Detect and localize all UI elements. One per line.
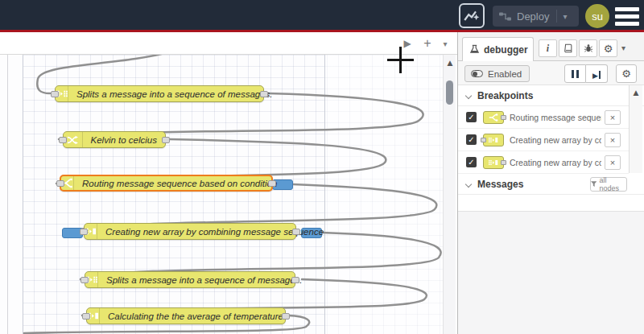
- deploy-icon: [499, 11, 511, 22]
- add-flow-button[interactable]: +: [419, 35, 436, 52]
- export-image-button[interactable]: [459, 3, 485, 28]
- remove-breakpoint-button[interactable]: ×: [605, 133, 621, 147]
- messages-title: Messages: [477, 179, 523, 190]
- info-icon: i: [547, 43, 549, 55]
- breakpoint-row: ✓ Creating new array by combining messag…: [458, 151, 629, 174]
- switch-node-mini-icon: [483, 111, 504, 124]
- image-sparkle-icon: [464, 8, 480, 24]
- input-port[interactable]: [51, 91, 59, 97]
- debugger-settings-button[interactable]: ⚙: [616, 64, 637, 83]
- node-join-1[interactable]: Creating new array by combining message …: [84, 223, 296, 240]
- output-port[interactable]: [260, 91, 268, 97]
- hamburger-bar: [615, 22, 639, 26]
- breakpoints-scrollbar[interactable]: ▲: [629, 85, 642, 173]
- node-split-2[interactable]: Splits a message into a sequence of mess…: [85, 271, 295, 288]
- main-menu-button[interactable]: [615, 7, 639, 26]
- hamburger-bar: [615, 7, 639, 11]
- input-port[interactable]: [82, 313, 90, 320]
- funnel-icon: [591, 181, 597, 188]
- input-port[interactable]: [80, 229, 88, 235]
- info-tab-button[interactable]: i: [539, 39, 557, 57]
- crosshair-cursor: [399, 47, 402, 73]
- scrollbar-thumb[interactable]: [446, 80, 453, 105]
- tab-debugger-label: debugger: [484, 44, 528, 56]
- node-label: Kelvin to celcius: [83, 135, 165, 145]
- breakpoint-row: ✓ Routing message sequence based on cond…: [458, 106, 629, 129]
- debugger-panel-body: Breakpoints ✓ Routing message sequence b…: [458, 85, 644, 334]
- breakpoint-label: Creating new array by combining message …: [510, 158, 601, 167]
- toggle-icon: [471, 70, 483, 77]
- book-icon: [564, 43, 573, 53]
- output-port[interactable]: [162, 137, 170, 143]
- node-switch-routing[interactable]: Routing message sequence based on condit…: [60, 175, 273, 192]
- sidebar: debugger i ⚙ ▾: [457, 32, 644, 334]
- remove-breakpoint-button[interactable]: ×: [605, 110, 621, 125]
- deploy-dropdown-icon[interactable]: ▾: [563, 12, 567, 21]
- gear-icon: ⚙: [621, 68, 631, 80]
- node-label: Splits a message into a sequence of mess…: [98, 275, 311, 285]
- breakpoint-checkbox[interactable]: ✓: [466, 134, 477, 145]
- header-bar: Deploy ▾ su: [0, 0, 644, 32]
- join-node-mini-icon: [483, 134, 504, 146]
- pause-button[interactable]: [564, 64, 586, 83]
- flow-list-dropdown-icon[interactable]: ▾: [437, 35, 453, 52]
- user-avatar[interactable]: su: [585, 4, 609, 28]
- config-tab-button[interactable]: ⚙: [599, 39, 617, 57]
- filter-label: all nodes: [599, 176, 626, 192]
- flow-workspace[interactable]: Splits a message into a sequence of mess…: [0, 55, 443, 334]
- messages-filter-button[interactable]: all nodes: [590, 177, 627, 192]
- node-label: Calculating the the average of temperatu…: [100, 311, 291, 321]
- output-port[interactable]: [292, 229, 300, 235]
- breakpoint-checkbox[interactable]: ✓: [466, 157, 477, 167]
- node-join-average[interactable]: Calculating the the average of temperatu…: [86, 307, 286, 324]
- join-node-mini-icon: [483, 156, 504, 169]
- debugger-enabled-toggle[interactable]: Enabled: [464, 65, 530, 82]
- enabled-label: Enabled: [488, 69, 522, 79]
- input-port-nub: [481, 138, 486, 142]
- output-port[interactable]: [282, 313, 290, 320]
- breakpoint-checkbox[interactable]: ✓: [466, 112, 477, 122]
- canvas-vertical-scrollbar[interactable]: ▲: [443, 55, 456, 334]
- step-button[interactable]: ▶: [586, 64, 608, 83]
- scroll-up-arrow-icon[interactable]: ▲: [445, 59, 455, 67]
- step-icon: ▶: [592, 67, 601, 81]
- debugger-step-controls: ▶: [564, 64, 608, 83]
- flask-icon: [469, 44, 480, 55]
- pause-icon: [571, 67, 580, 81]
- input-port[interactable]: [80, 277, 89, 283]
- sidebar-tab-bar: debugger i ⚙ ▾: [458, 32, 644, 61]
- deploy-button[interactable]: Deploy ▾: [493, 6, 579, 27]
- flow-tab-bar: ▶ + ▾: [0, 32, 457, 55]
- debug-tab-button[interactable]: [579, 39, 597, 57]
- editor-canvas-column: ▶ + ▾: [0, 32, 457, 334]
- output-port[interactable]: [268, 180, 276, 187]
- breakpoint-row: ✓ Creating new array by combining messag…: [458, 129, 629, 151]
- node-split-1[interactable]: Splits a message into a sequence of mess…: [55, 85, 264, 102]
- scroll-tabs-button[interactable]: ▶: [399, 35, 415, 52]
- output-port-nub: [501, 160, 506, 165]
- bug-icon: [584, 43, 593, 53]
- deploy-label: Deploy: [517, 10, 549, 23]
- chevron-down-icon: [465, 92, 472, 98]
- breakpoints-title: Breakpoints: [477, 90, 533, 101]
- debugger-toolbar: Enabled ▶ ⚙: [458, 61, 644, 85]
- input-port[interactable]: [56, 180, 64, 187]
- chevron-down-icon: [465, 180, 472, 187]
- breakpoint-label: Creating new array by combining message …: [510, 135, 601, 145]
- tab-debugger[interactable]: debugger: [462, 37, 534, 61]
- scroll-up-arrow-icon[interactable]: ▲: [631, 89, 641, 97]
- remove-breakpoint-button[interactable]: ×: [605, 155, 621, 170]
- input-port[interactable]: [59, 137, 67, 143]
- gear-icon: ⚙: [604, 43, 613, 55]
- breakpoints-section-header[interactable]: Breakpoints: [458, 85, 644, 106]
- node-change-kelvin[interactable]: Kelvin to celcius: [63, 131, 166, 148]
- help-tab-button[interactable]: [559, 39, 577, 57]
- output-port[interactable]: [291, 277, 299, 283]
- output-port-nub: [501, 115, 506, 120]
- messages-empty-area: [458, 211, 644, 334]
- node-label: Routing message sequence based on condit…: [74, 179, 285, 188]
- breakpoint-label: Routing message sequence based on condit…: [510, 113, 601, 122]
- deploy-divider: [556, 10, 557, 23]
- hamburger-bar: [615, 14, 639, 19]
- sidebar-collapse-dropdown-icon[interactable]: ▾: [621, 43, 625, 52]
